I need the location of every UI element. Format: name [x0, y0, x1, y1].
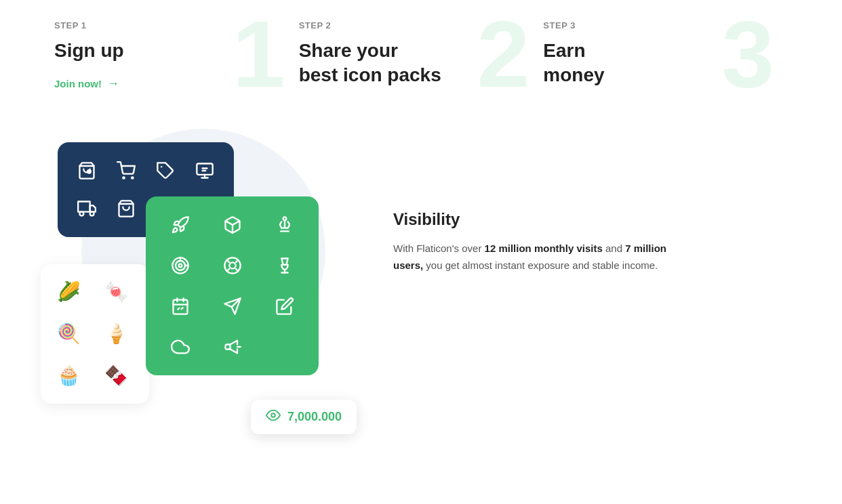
chess-queen-icon [270, 210, 300, 240]
svg-line-22 [235, 260, 237, 262]
delivery-truck-icon [72, 194, 102, 224]
megaphone-icon [218, 332, 247, 362]
eye-icon [266, 408, 281, 426]
visibility-title: Visibility [393, 210, 788, 229]
cloud-icon [165, 332, 195, 362]
main-content: 🌽 🍬 🍭 🍦 🧁 🍫 [0, 129, 842, 288]
svg-point-2 [123, 177, 124, 178]
edit-list-icon [270, 291, 300, 321]
svg-point-19 [229, 262, 235, 268]
svg-point-10 [90, 211, 94, 215]
steps-section: 1 STEP 1 Sign up Join now! → 2 STEP 2 Sh… [0, 0, 842, 129]
join-now-link[interactable]: Join now! → [54, 77, 119, 91]
step-3-title-line1: Earn [543, 40, 585, 61]
target-icon [165, 251, 195, 280]
shopping-bag-icon [111, 194, 141, 224]
placeholder-icon [270, 332, 300, 362]
visibility-text-prefix: With Flaticon's over [393, 243, 485, 254]
gumball-emoji: 🍭 [52, 317, 85, 351]
svg-rect-8 [78, 201, 90, 211]
step-1-title: Sign up [54, 39, 285, 63]
cupcake-emoji: 🧁 [52, 359, 85, 393]
svg-point-14 [176, 261, 185, 270]
step-2-title-line2: best icon packs [299, 64, 441, 85]
view-count-badge: 7,000.000 [251, 400, 357, 434]
monthly-visits-bold: 12 million monthly visits [485, 243, 603, 254]
step-3: 3 STEP 3 Earn money [543, 14, 788, 108]
step-2: 2 STEP 2 Share your best icon packs [299, 14, 544, 108]
monitor-shopping-icon [190, 156, 220, 186]
view-count-text: 7,000.000 [287, 410, 342, 424]
svg-point-1 [87, 170, 91, 173]
shopping-cart-icon [111, 156, 141, 186]
svg-point-3 [132, 177, 133, 178]
svg-rect-5 [197, 163, 212, 174]
visibility-description: With Flaticon's over 12 million monthly … [393, 240, 678, 274]
visibility-text-suffix: you get almost instant exposure and stab… [423, 259, 658, 271]
svg-line-21 [235, 269, 237, 271]
step-2-title-line1: Share your [299, 40, 398, 61]
join-now-text: Join now! [54, 78, 102, 89]
svg-point-9 [80, 211, 84, 215]
candy-emoji: 🍬 [99, 275, 133, 309]
step-1-label: STEP 1 [54, 20, 285, 30]
calendar-refresh-icon [165, 291, 195, 321]
step-2-label: STEP 2 [299, 20, 530, 30]
step-3-label: STEP 3 [543, 20, 774, 30]
rocket-icon [165, 210, 195, 240]
box-open-icon [218, 210, 247, 240]
svg-point-33 [271, 413, 275, 417]
svg-line-23 [226, 269, 228, 271]
chocolate-emoji: 🍫 [99, 359, 133, 393]
step-3-title: Earn money [543, 39, 774, 88]
step-1: 1 STEP 1 Sign up Join now! → [54, 14, 299, 108]
visibility-text-middle: and [603, 243, 625, 254]
price-tag-icon [151, 156, 180, 186]
lifesaver-icon [218, 251, 247, 280]
emoji-food-list: 🌽 🍬 🍭 🍦 🧁 🍫 [41, 264, 149, 404]
green-icons-card [146, 196, 319, 375]
svg-line-20 [226, 260, 228, 262]
shopping-bag-location-icon [72, 156, 102, 186]
arrow-icon: → [107, 77, 119, 91]
trophy-icon [270, 251, 300, 280]
svg-point-15 [178, 264, 182, 267]
popsicle-emoji: 🍦 [99, 317, 133, 351]
send-icon [218, 291, 247, 321]
step-2-title: Share your best icon packs [299, 39, 530, 88]
corn-emoji: 🌽 [52, 275, 85, 309]
svg-rect-26 [173, 299, 187, 314]
right-content: Visibility With Flaticon's over 12 milli… [393, 142, 788, 274]
step-3-title-line2: money [543, 64, 604, 85]
